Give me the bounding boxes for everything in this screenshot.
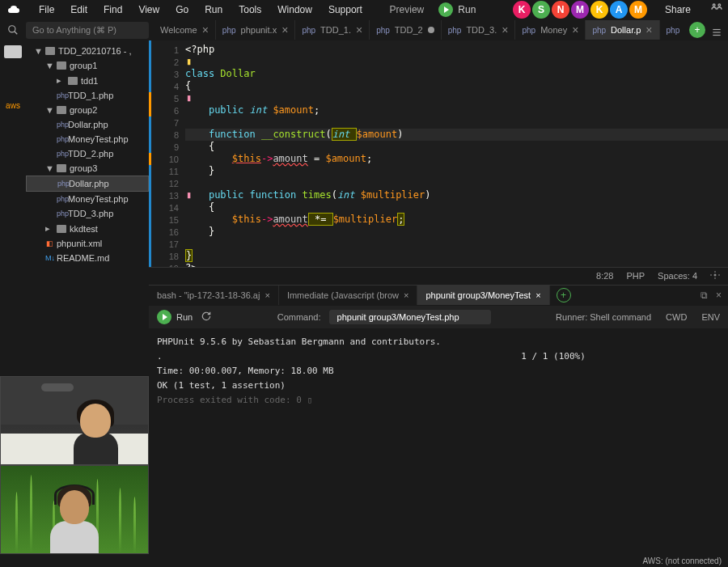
- indent-setting[interactable]: Spaces: 4: [658, 271, 697, 281]
- menu-tools[interactable]: Tools: [232, 2, 268, 18]
- avatar[interactable]: M: [571, 1, 589, 19]
- menu-window[interactable]: Window: [271, 2, 319, 18]
- tree-item[interactable]: phpDollar.php: [26, 176, 149, 192]
- video-participant-1[interactable]: [0, 376, 149, 465]
- video-participant-2[interactable]: [0, 465, 149, 554]
- editor-tab[interactable]: phpTDD_2: [370, 20, 442, 40]
- panel-tab[interactable]: phpunit group3/MoneyTest×: [417, 286, 549, 305]
- runner-select[interactable]: Runner: Shell command: [556, 312, 651, 322]
- php-icon: php: [376, 26, 390, 35]
- editor-tab[interactable]: phpTDD_3.×: [442, 20, 516, 40]
- xml-file-icon: ◧: [45, 239, 53, 248]
- avatar[interactable]: S: [532, 1, 550, 19]
- close-icon[interactable]: ×: [356, 23, 362, 36]
- tree-item[interactable]: phpMoneyTest.php: [26, 132, 149, 146]
- tree-item[interactable]: ▼group3: [26, 161, 149, 176]
- editor-tab[interactable]: phpphpunit.x×: [216, 20, 296, 40]
- avatar[interactable]: N: [552, 1, 569, 19]
- avatar[interactable]: K: [513, 1, 531, 19]
- tree-item[interactable]: M↓README.md: [26, 251, 149, 265]
- cwd-button[interactable]: CWD: [666, 312, 687, 322]
- collaborator-avatars: KSNMKAM: [513, 1, 647, 19]
- aws-icon[interactable]: aws: [5, 97, 21, 113]
- php-file-icon: php: [57, 150, 65, 158]
- search-icon[interactable]: [0, 24, 26, 36]
- menu-find[interactable]: Find: [97, 2, 129, 18]
- tree-item[interactable]: ◧phpunit.xml: [26, 236, 149, 251]
- editor-tab[interactable]: phpDollar.p×: [586, 20, 659, 40]
- tree-item[interactable]: phpTDD_1.php: [26, 88, 149, 103]
- line-gutter: 12345678910111213141516171819: [151, 40, 185, 267]
- preview-button[interactable]: Preview: [390, 4, 425, 15]
- close-icon[interactable]: ×: [265, 290, 269, 300]
- terminal-output[interactable]: PHPUnit 9.5.6 by Sebastian Bergmann and …: [149, 328, 728, 568]
- menu-run[interactable]: Run: [198, 2, 229, 18]
- close-icon[interactable]: ×: [202, 23, 209, 36]
- editor-tab[interactable]: Welcome×: [154, 20, 216, 40]
- svg-point-9: [714, 274, 717, 277]
- status-gear-icon[interactable]: [710, 270, 720, 281]
- avatar[interactable]: K: [590, 1, 608, 19]
- php-file-icon: php: [57, 135, 65, 143]
- panel-tab[interactable]: Immediate (Javascript (brow×: [279, 286, 418, 305]
- code-content[interactable]: <?php▮class Dollar{▮ public int $amount;…: [185, 40, 728, 267]
- dirty-indicator: [428, 27, 434, 33]
- md-file-icon: M↓: [45, 254, 53, 262]
- tree-item[interactable]: ▼TDD_20210716 - ,: [26, 44, 149, 58]
- php-file-icon: php: [57, 91, 65, 99]
- environment-icon[interactable]: [4, 45, 22, 58]
- php-file-icon: php: [57, 180, 66, 188]
- add-panel-tab[interactable]: +: [557, 288, 571, 303]
- collab-icon[interactable]: [710, 2, 723, 15]
- env-button[interactable]: ENV: [701, 312, 720, 322]
- menu-go[interactable]: Go: [169, 2, 195, 18]
- run-button[interactable]: Run: [438, 2, 476, 17]
- editor-tabs: Welcome×phpphpunit.x×phpTDD_1.×phpTDD_2p…: [149, 20, 684, 40]
- code-editor[interactable]: 12345678910111213141516171819 <?php▮clas…: [149, 40, 728, 267]
- tree-item[interactable]: ▸kkdtest: [26, 221, 149, 236]
- php-icon: php: [222, 26, 236, 35]
- close-icon[interactable]: ×: [645, 23, 652, 36]
- add-tab-button[interactable]: +: [689, 22, 705, 38]
- tree-item[interactable]: phpDollar.php: [26, 117, 149, 132]
- share-button[interactable]: Share: [658, 2, 697, 18]
- close-panel-icon[interactable]: ×: [716, 290, 722, 301]
- restart-icon[interactable]: [201, 311, 212, 324]
- outline-icon[interactable]: [711, 27, 722, 40]
- play-icon: [438, 2, 453, 17]
- close-icon[interactable]: ×: [535, 290, 540, 300]
- close-icon[interactable]: ×: [502, 23, 508, 36]
- close-icon[interactable]: ×: [572, 23, 578, 36]
- avatar[interactable]: M: [629, 1, 647, 19]
- source-control-icon[interactable]: [5, 70, 21, 86]
- editor-tab[interactable]: phpMoney×: [515, 20, 586, 40]
- tree-item[interactable]: ▼group1: [26, 58, 149, 73]
- php-file-icon: php: [57, 209, 65, 218]
- panel-run-button[interactable]: Run: [157, 310, 193, 324]
- php-icon: php: [667, 26, 680, 35]
- avatar[interactable]: A: [610, 1, 628, 19]
- close-icon[interactable]: ×: [404, 290, 408, 300]
- menu-file[interactable]: File: [32, 2, 61, 18]
- chevron-icon: ▸: [45, 223, 53, 234]
- maximize-icon[interactable]: ⧉: [700, 290, 708, 301]
- language-mode[interactable]: PHP: [626, 271, 645, 281]
- goto-anything-input[interactable]: Go to Anything (⌘ P): [26, 22, 149, 39]
- tree-item[interactable]: ▼group2: [26, 103, 149, 117]
- tree-item[interactable]: phpMoneyTest.php: [26, 192, 149, 206]
- editor-tab[interactable]: phpDoller.p: [660, 20, 684, 40]
- tree-item[interactable]: ▸tdd1: [26, 73, 149, 88]
- menu-edit[interactable]: Edit: [64, 2, 94, 18]
- cloud9-logo: [6, 4, 23, 15]
- aws-status[interactable]: AWS: (not connected): [643, 556, 722, 565]
- cursor-position[interactable]: 8:28: [596, 271, 613, 281]
- panel-tab[interactable]: bash - "ip-172-31-18-36.aj×: [149, 286, 279, 305]
- close-icon[interactable]: ×: [281, 23, 288, 36]
- chevron-icon: ▼: [45, 163, 53, 173]
- menu-support[interactable]: Support: [322, 2, 369, 18]
- menu-view[interactable]: View: [132, 2, 166, 18]
- editor-tab[interactable]: phpTDD_1.×: [295, 20, 370, 40]
- tree-item[interactable]: phpTDD_3.php: [26, 206, 149, 221]
- tree-item[interactable]: phpTDD_2.php: [26, 146, 149, 161]
- command-input[interactable]: phpunit group3/MoneyTest.php: [329, 310, 491, 324]
